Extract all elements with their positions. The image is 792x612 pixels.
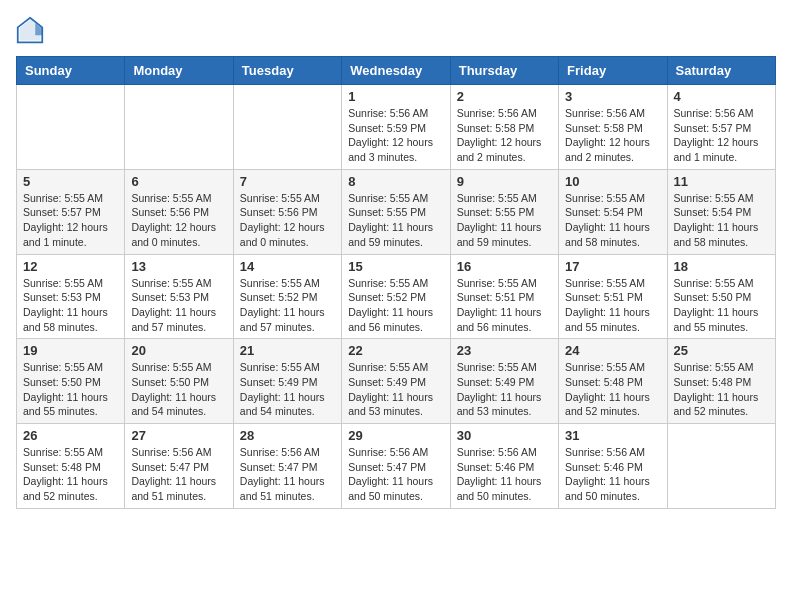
day-number: 20 bbox=[131, 343, 226, 358]
day-number: 5 bbox=[23, 174, 118, 189]
day-number: 17 bbox=[565, 259, 660, 274]
day-info: Sunrise: 5:55 AM Sunset: 5:49 PM Dayligh… bbox=[348, 360, 443, 419]
day-info: Sunrise: 5:56 AM Sunset: 5:46 PM Dayligh… bbox=[565, 445, 660, 504]
calendar-cell bbox=[667, 424, 775, 509]
calendar-cell: 16Sunrise: 5:55 AM Sunset: 5:51 PM Dayli… bbox=[450, 254, 558, 339]
day-number: 19 bbox=[23, 343, 118, 358]
day-info: Sunrise: 5:55 AM Sunset: 5:49 PM Dayligh… bbox=[457, 360, 552, 419]
day-number: 23 bbox=[457, 343, 552, 358]
calendar-cell: 3Sunrise: 5:56 AM Sunset: 5:58 PM Daylig… bbox=[559, 85, 667, 170]
day-info: Sunrise: 5:55 AM Sunset: 5:50 PM Dayligh… bbox=[23, 360, 118, 419]
day-number: 26 bbox=[23, 428, 118, 443]
calendar-cell: 30Sunrise: 5:56 AM Sunset: 5:46 PM Dayli… bbox=[450, 424, 558, 509]
day-info: Sunrise: 5:55 AM Sunset: 5:54 PM Dayligh… bbox=[674, 191, 769, 250]
day-info: Sunrise: 5:55 AM Sunset: 5:48 PM Dayligh… bbox=[565, 360, 660, 419]
day-info: Sunrise: 5:55 AM Sunset: 5:51 PM Dayligh… bbox=[457, 276, 552, 335]
day-info: Sunrise: 5:56 AM Sunset: 5:47 PM Dayligh… bbox=[348, 445, 443, 504]
day-header-sunday: Sunday bbox=[17, 57, 125, 85]
day-info: Sunrise: 5:55 AM Sunset: 5:56 PM Dayligh… bbox=[240, 191, 335, 250]
calendar-cell: 14Sunrise: 5:55 AM Sunset: 5:52 PM Dayli… bbox=[233, 254, 341, 339]
day-number: 1 bbox=[348, 89, 443, 104]
day-number: 31 bbox=[565, 428, 660, 443]
day-number: 25 bbox=[674, 343, 769, 358]
calendar-cell: 20Sunrise: 5:55 AM Sunset: 5:50 PM Dayli… bbox=[125, 339, 233, 424]
day-number: 29 bbox=[348, 428, 443, 443]
day-number: 15 bbox=[348, 259, 443, 274]
calendar-cell: 27Sunrise: 5:56 AM Sunset: 5:47 PM Dayli… bbox=[125, 424, 233, 509]
day-header-saturday: Saturday bbox=[667, 57, 775, 85]
day-info: Sunrise: 5:56 AM Sunset: 5:47 PM Dayligh… bbox=[131, 445, 226, 504]
day-number: 28 bbox=[240, 428, 335, 443]
calendar-cell: 17Sunrise: 5:55 AM Sunset: 5:51 PM Dayli… bbox=[559, 254, 667, 339]
day-header-tuesday: Tuesday bbox=[233, 57, 341, 85]
day-number: 3 bbox=[565, 89, 660, 104]
day-number: 11 bbox=[674, 174, 769, 189]
calendar-cell: 23Sunrise: 5:55 AM Sunset: 5:49 PM Dayli… bbox=[450, 339, 558, 424]
calendar-cell: 4Sunrise: 5:56 AM Sunset: 5:57 PM Daylig… bbox=[667, 85, 775, 170]
day-info: Sunrise: 5:55 AM Sunset: 5:53 PM Dayligh… bbox=[23, 276, 118, 335]
calendar-cell: 19Sunrise: 5:55 AM Sunset: 5:50 PM Dayli… bbox=[17, 339, 125, 424]
day-number: 13 bbox=[131, 259, 226, 274]
day-info: Sunrise: 5:56 AM Sunset: 5:47 PM Dayligh… bbox=[240, 445, 335, 504]
calendar-cell: 7Sunrise: 5:55 AM Sunset: 5:56 PM Daylig… bbox=[233, 169, 341, 254]
calendar-cell: 9Sunrise: 5:55 AM Sunset: 5:55 PM Daylig… bbox=[450, 169, 558, 254]
day-header-friday: Friday bbox=[559, 57, 667, 85]
day-number: 14 bbox=[240, 259, 335, 274]
day-number: 24 bbox=[565, 343, 660, 358]
calendar-cell: 1Sunrise: 5:56 AM Sunset: 5:59 PM Daylig… bbox=[342, 85, 450, 170]
day-info: Sunrise: 5:55 AM Sunset: 5:54 PM Dayligh… bbox=[565, 191, 660, 250]
day-info: Sunrise: 5:56 AM Sunset: 5:59 PM Dayligh… bbox=[348, 106, 443, 165]
day-number: 18 bbox=[674, 259, 769, 274]
calendar-cell: 5Sunrise: 5:55 AM Sunset: 5:57 PM Daylig… bbox=[17, 169, 125, 254]
logo bbox=[16, 16, 48, 44]
day-number: 22 bbox=[348, 343, 443, 358]
day-info: Sunrise: 5:55 AM Sunset: 5:48 PM Dayligh… bbox=[674, 360, 769, 419]
day-number: 12 bbox=[23, 259, 118, 274]
calendar-week-row: 1Sunrise: 5:56 AM Sunset: 5:59 PM Daylig… bbox=[17, 85, 776, 170]
day-number: 21 bbox=[240, 343, 335, 358]
day-info: Sunrise: 5:55 AM Sunset: 5:51 PM Dayligh… bbox=[565, 276, 660, 335]
calendar-cell: 21Sunrise: 5:55 AM Sunset: 5:49 PM Dayli… bbox=[233, 339, 341, 424]
calendar-cell: 22Sunrise: 5:55 AM Sunset: 5:49 PM Dayli… bbox=[342, 339, 450, 424]
calendar-cell: 13Sunrise: 5:55 AM Sunset: 5:53 PM Dayli… bbox=[125, 254, 233, 339]
calendar-cell: 6Sunrise: 5:55 AM Sunset: 5:56 PM Daylig… bbox=[125, 169, 233, 254]
day-number: 7 bbox=[240, 174, 335, 189]
calendar-cell: 31Sunrise: 5:56 AM Sunset: 5:46 PM Dayli… bbox=[559, 424, 667, 509]
day-number: 30 bbox=[457, 428, 552, 443]
day-info: Sunrise: 5:55 AM Sunset: 5:53 PM Dayligh… bbox=[131, 276, 226, 335]
calendar-week-row: 5Sunrise: 5:55 AM Sunset: 5:57 PM Daylig… bbox=[17, 169, 776, 254]
day-info: Sunrise: 5:55 AM Sunset: 5:52 PM Dayligh… bbox=[240, 276, 335, 335]
day-number: 4 bbox=[674, 89, 769, 104]
day-info: Sunrise: 5:56 AM Sunset: 5:58 PM Dayligh… bbox=[457, 106, 552, 165]
day-info: Sunrise: 5:55 AM Sunset: 5:55 PM Dayligh… bbox=[457, 191, 552, 250]
day-number: 9 bbox=[457, 174, 552, 189]
calendar-header-row: SundayMondayTuesdayWednesdayThursdayFrid… bbox=[17, 57, 776, 85]
calendar-cell: 10Sunrise: 5:55 AM Sunset: 5:54 PM Dayli… bbox=[559, 169, 667, 254]
calendar-cell: 26Sunrise: 5:55 AM Sunset: 5:48 PM Dayli… bbox=[17, 424, 125, 509]
calendar-cell: 29Sunrise: 5:56 AM Sunset: 5:47 PM Dayli… bbox=[342, 424, 450, 509]
calendar-cell: 12Sunrise: 5:55 AM Sunset: 5:53 PM Dayli… bbox=[17, 254, 125, 339]
calendar-cell: 8Sunrise: 5:55 AM Sunset: 5:55 PM Daylig… bbox=[342, 169, 450, 254]
calendar-cell: 25Sunrise: 5:55 AM Sunset: 5:48 PM Dayli… bbox=[667, 339, 775, 424]
calendar-cell bbox=[125, 85, 233, 170]
day-header-wednesday: Wednesday bbox=[342, 57, 450, 85]
day-number: 16 bbox=[457, 259, 552, 274]
day-header-monday: Monday bbox=[125, 57, 233, 85]
page-header bbox=[16, 16, 776, 44]
calendar-week-row: 26Sunrise: 5:55 AM Sunset: 5:48 PM Dayli… bbox=[17, 424, 776, 509]
day-info: Sunrise: 5:55 AM Sunset: 5:48 PM Dayligh… bbox=[23, 445, 118, 504]
calendar-cell: 28Sunrise: 5:56 AM Sunset: 5:47 PM Dayli… bbox=[233, 424, 341, 509]
day-info: Sunrise: 5:56 AM Sunset: 5:58 PM Dayligh… bbox=[565, 106, 660, 165]
calendar-week-row: 19Sunrise: 5:55 AM Sunset: 5:50 PM Dayli… bbox=[17, 339, 776, 424]
calendar-table: SundayMondayTuesdayWednesdayThursdayFrid… bbox=[16, 56, 776, 509]
day-info: Sunrise: 5:55 AM Sunset: 5:52 PM Dayligh… bbox=[348, 276, 443, 335]
day-number: 10 bbox=[565, 174, 660, 189]
calendar-cell: 15Sunrise: 5:55 AM Sunset: 5:52 PM Dayli… bbox=[342, 254, 450, 339]
calendar-week-row: 12Sunrise: 5:55 AM Sunset: 5:53 PM Dayli… bbox=[17, 254, 776, 339]
calendar-cell: 11Sunrise: 5:55 AM Sunset: 5:54 PM Dayli… bbox=[667, 169, 775, 254]
calendar-cell bbox=[17, 85, 125, 170]
day-info: Sunrise: 5:55 AM Sunset: 5:57 PM Dayligh… bbox=[23, 191, 118, 250]
logo-icon bbox=[16, 16, 44, 44]
calendar-cell bbox=[233, 85, 341, 170]
calendar-cell: 18Sunrise: 5:55 AM Sunset: 5:50 PM Dayli… bbox=[667, 254, 775, 339]
